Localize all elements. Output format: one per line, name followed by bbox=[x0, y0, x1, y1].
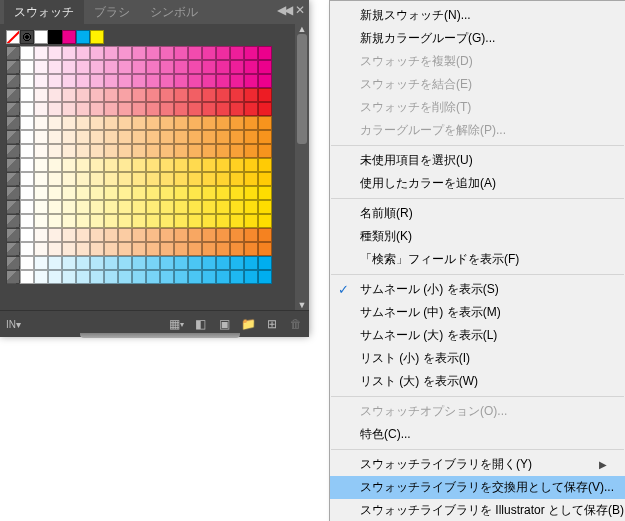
show-kinds-icon[interactable]: ▦▾ bbox=[169, 317, 183, 331]
swatch-cell[interactable] bbox=[104, 172, 118, 186]
swatch-cell[interactable] bbox=[104, 214, 118, 228]
swatch-cell[interactable] bbox=[160, 102, 174, 116]
swatch-cell[interactable] bbox=[104, 256, 118, 270]
swatch-cell[interactable] bbox=[202, 256, 216, 270]
swatch-cell[interactable] bbox=[174, 130, 188, 144]
swatch-cell[interactable] bbox=[48, 256, 62, 270]
swatch-cell[interactable] bbox=[202, 88, 216, 102]
delete-swatch-icon[interactable]: 🗑 bbox=[289, 317, 303, 331]
swatch-cell[interactable] bbox=[216, 46, 230, 60]
swatch-cyan[interactable] bbox=[76, 30, 90, 44]
swatch-cell[interactable] bbox=[104, 144, 118, 158]
menu-item[interactable]: ✓サムネール (小) を表示(S) bbox=[330, 278, 625, 301]
swatch-cell[interactable] bbox=[118, 200, 132, 214]
swatch-cell[interactable] bbox=[132, 102, 146, 116]
swatch-cell[interactable] bbox=[90, 102, 104, 116]
swatch-cell[interactable] bbox=[48, 102, 62, 116]
swatch-cell[interactable] bbox=[90, 242, 104, 256]
swatch-cell[interactable] bbox=[62, 102, 76, 116]
swatch-cell[interactable] bbox=[62, 116, 76, 130]
swatch-cell[interactable] bbox=[216, 158, 230, 172]
swatch-cell[interactable] bbox=[146, 228, 160, 242]
swatch-cell[interactable] bbox=[188, 102, 202, 116]
swatch-cell[interactable] bbox=[104, 102, 118, 116]
swatch-cell[interactable] bbox=[76, 242, 90, 256]
swatch-cell[interactable] bbox=[132, 242, 146, 256]
swatch-group-folder[interactable] bbox=[6, 214, 20, 228]
swatch-cell[interactable] bbox=[230, 158, 244, 172]
swatch-cell[interactable] bbox=[132, 144, 146, 158]
swatch-cell[interactable] bbox=[258, 242, 272, 256]
swatch-cell[interactable] bbox=[174, 116, 188, 130]
swatch-cell[interactable] bbox=[118, 88, 132, 102]
swatch-cell[interactable] bbox=[118, 60, 132, 74]
swatch-cell[interactable] bbox=[230, 46, 244, 60]
swatch-cell[interactable] bbox=[20, 158, 34, 172]
swatch-cell[interactable] bbox=[188, 60, 202, 74]
swatch-cell[interactable] bbox=[160, 214, 174, 228]
tab-symbols[interactable]: シンボル bbox=[140, 0, 208, 24]
tab-brushes[interactable]: ブラシ bbox=[84, 0, 140, 24]
swatch-cell[interactable] bbox=[62, 242, 76, 256]
swatch-cell[interactable] bbox=[62, 228, 76, 242]
swatch-cell[interactable] bbox=[76, 256, 90, 270]
swatch-cell[interactable] bbox=[132, 74, 146, 88]
swatch-cell[interactable] bbox=[62, 74, 76, 88]
swatch-group-folder[interactable] bbox=[6, 186, 20, 200]
swatch-cell[interactable] bbox=[104, 116, 118, 130]
swatch-group-folder[interactable] bbox=[6, 228, 20, 242]
swatch-cell[interactable] bbox=[230, 200, 244, 214]
swatch-cell[interactable] bbox=[62, 256, 76, 270]
swatch-cell[interactable] bbox=[244, 186, 258, 200]
swatch-cell[interactable] bbox=[258, 88, 272, 102]
swatch-cell[interactable] bbox=[188, 228, 202, 242]
swatch-cell[interactable] bbox=[258, 144, 272, 158]
swatch-cell[interactable] bbox=[174, 256, 188, 270]
swatch-cell[interactable] bbox=[48, 116, 62, 130]
swatch-cell[interactable] bbox=[48, 74, 62, 88]
swatch-cell[interactable] bbox=[34, 158, 48, 172]
swatch-cell[interactable] bbox=[76, 270, 90, 284]
swatch-cell[interactable] bbox=[146, 186, 160, 200]
swatch-cell[interactable] bbox=[104, 270, 118, 284]
swatch-cell[interactable] bbox=[160, 158, 174, 172]
swatch-cell[interactable] bbox=[244, 228, 258, 242]
swatch-cell[interactable] bbox=[20, 60, 34, 74]
swatch-cell[interactable] bbox=[104, 60, 118, 74]
swatch-cell[interactable] bbox=[160, 144, 174, 158]
swatch-cell[interactable] bbox=[62, 144, 76, 158]
swatch-cell[interactable] bbox=[258, 130, 272, 144]
swatch-cell[interactable] bbox=[230, 256, 244, 270]
swatch-cell[interactable] bbox=[216, 144, 230, 158]
swatch-cell[interactable] bbox=[216, 88, 230, 102]
swatch-cell[interactable] bbox=[188, 88, 202, 102]
swatch-cell[interactable] bbox=[132, 256, 146, 270]
swatch-cell[interactable] bbox=[132, 172, 146, 186]
swatch-cell[interactable] bbox=[244, 200, 258, 214]
swatch-cell[interactable] bbox=[76, 74, 90, 88]
menu-item[interactable]: 種類別(K) bbox=[330, 225, 625, 248]
swatch-cell[interactable] bbox=[188, 46, 202, 60]
swatch-cell[interactable] bbox=[174, 270, 188, 284]
swatch-cell[interactable] bbox=[90, 200, 104, 214]
swatch-cell[interactable] bbox=[104, 186, 118, 200]
swatch-cell[interactable] bbox=[230, 88, 244, 102]
swatch-cell[interactable] bbox=[118, 144, 132, 158]
swatch-cell[interactable] bbox=[160, 60, 174, 74]
swatch-cell[interactable] bbox=[216, 270, 230, 284]
new-swatch-icon[interactable]: ⊞ bbox=[265, 317, 279, 331]
swatch-group-folder[interactable] bbox=[6, 172, 20, 186]
swatch-cell[interactable] bbox=[146, 116, 160, 130]
swatch-cell[interactable] bbox=[90, 88, 104, 102]
swatch-cell[interactable] bbox=[34, 186, 48, 200]
swatch-cell[interactable] bbox=[34, 228, 48, 242]
swatch-cell[interactable] bbox=[48, 200, 62, 214]
menu-item[interactable]: スウォッチライブラリを交換用として保存(V)... bbox=[330, 476, 625, 499]
swatch-cell[interactable] bbox=[188, 256, 202, 270]
swatch-cell[interactable] bbox=[202, 102, 216, 116]
swatch-cell[interactable] bbox=[90, 172, 104, 186]
swatch-cell[interactable] bbox=[34, 130, 48, 144]
menu-item[interactable]: 「検索」フィールドを表示(F) bbox=[330, 248, 625, 271]
swatch-cell[interactable] bbox=[90, 74, 104, 88]
swatch-cell[interactable] bbox=[76, 116, 90, 130]
